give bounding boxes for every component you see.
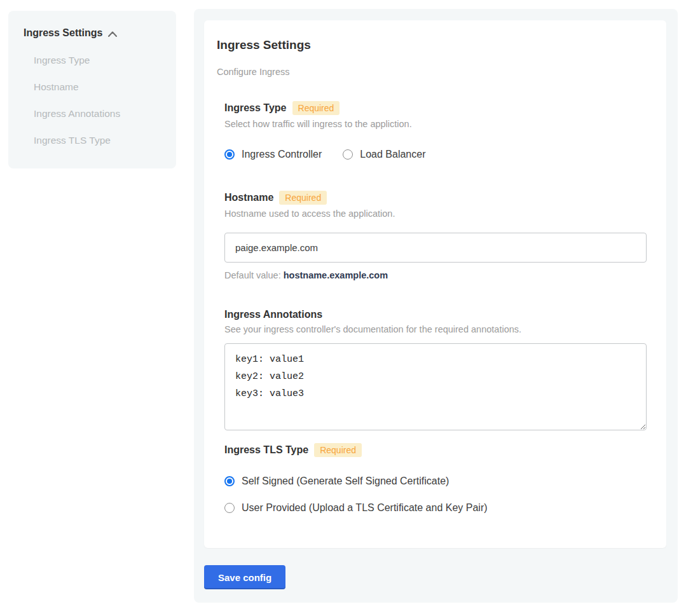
ingress-type-radio-group: Ingress Controller Load Balancer (224, 149, 646, 160)
config-panel: Ingress Settings Configure Ingress Ingre… (194, 9, 678, 603)
section-ingress-annotations: Ingress Annotations See your ingress con… (224, 309, 646, 430)
save-config-button[interactable]: Save config (204, 565, 285, 589)
hostname-input[interactable] (224, 233, 647, 263)
sidebar-group-ingress-settings[interactable]: Ingress Settings (24, 27, 163, 39)
sidebar-item-ingress-type[interactable]: Ingress Type (34, 55, 163, 65)
page-title: Ingress Settings (217, 38, 646, 52)
default-value-text: hostname.example.com (284, 270, 388, 280)
config-nav-sidebar: Ingress Settings Ingress Type Hostname I… (8, 11, 176, 168)
radio-user-provided[interactable] (224, 503, 235, 513)
section-ingress-tls-type: Ingress TLS Type Required Self Signed (G… (224, 443, 646, 514)
chevron-up-icon (108, 31, 117, 37)
radio-label: Ingress Controller (242, 149, 322, 160)
radio-option-user-provided[interactable]: User Provided (Upload a TLS Certificate … (224, 502, 646, 514)
ingress-tls-radio-group: Self Signed (Generate Self Signed Certif… (224, 476, 646, 514)
required-badge: Required (279, 191, 327, 205)
radio-label: Load Balancer (360, 149, 425, 160)
sidebar-item-hostname[interactable]: Hostname (34, 81, 163, 92)
hostname-help: Hostname used to access the application. (224, 209, 646, 219)
required-badge: Required (314, 443, 362, 457)
default-value-label: Default value: (224, 270, 281, 280)
section-ingress-type: Ingress Type Required Select how traffic… (224, 101, 646, 160)
ingress-tls-type-label: Ingress TLS Type (224, 444, 308, 456)
radio-ingress-controller[interactable] (224, 149, 235, 160)
radio-option-self-signed[interactable]: Self Signed (Generate Self Signed Certif… (224, 476, 646, 487)
ingress-type-label: Ingress Type (224, 102, 287, 114)
radio-load-balancer[interactable] (343, 149, 353, 160)
radio-option-load-balancer[interactable]: Load Balancer (343, 149, 425, 160)
radio-self-signed[interactable] (224, 476, 235, 486)
ingress-annotations-help: See your ingress controller's documentat… (224, 324, 646, 334)
ingress-settings-card: Ingress Settings Configure Ingress Ingre… (204, 20, 666, 548)
ingress-annotations-label: Ingress Annotations (224, 309, 322, 320)
sidebar-group-label: Ingress Settings (24, 27, 102, 39)
sidebar-item-list: Ingress Type Hostname Ingress Annotation… (24, 55, 163, 146)
ingress-type-help: Select how traffic will ingress to the a… (224, 119, 646, 129)
sidebar-item-ingress-annotations[interactable]: Ingress Annotations (34, 108, 163, 119)
page-subtitle: Configure Ingress (217, 67, 646, 77)
radio-label: User Provided (Upload a TLS Certificate … (242, 502, 488, 514)
ingress-annotations-textarea[interactable]: key1: value1 key2: value2 key3: value3 (224, 343, 647, 430)
hostname-default-line: Default value: hostname.example.com (224, 270, 646, 280)
hostname-label: Hostname (224, 192, 273, 203)
radio-label: Self Signed (Generate Self Signed Certif… (242, 476, 449, 487)
required-badge: Required (292, 101, 340, 115)
sidebar-item-ingress-tls-type[interactable]: Ingress TLS Type (34, 135, 163, 146)
section-hostname: Hostname Required Hostname used to acces… (224, 191, 646, 280)
radio-option-ingress-controller[interactable]: Ingress Controller (224, 149, 322, 160)
